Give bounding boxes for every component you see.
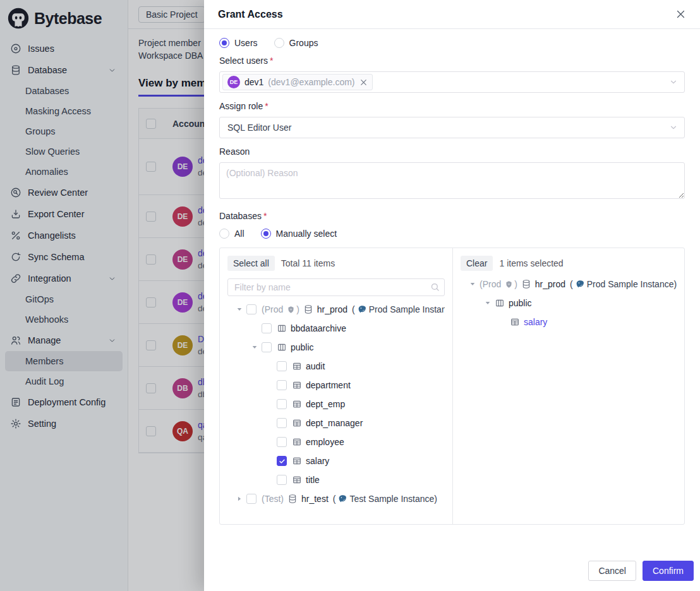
tree-node-bbdataarchive[interactable]: bbdataarchive [227,319,445,338]
database-icon [521,279,531,289]
node-checkbox[interactable] [277,399,287,409]
selected-tree: (Prod )hr_prod(Prod Sample Instance)publ… [461,275,677,331]
groups-radio-control[interactable] [274,38,284,48]
chevron-down-icon [669,78,678,87]
avatar: DE [227,76,240,88]
tree-node-title[interactable]: title [227,470,445,489]
source-tree: (Prod )hr_prod(Prod Sample Instance)bbda… [227,300,445,508]
node-checkbox[interactable] [246,304,256,314]
environment-label: (Prod ) [262,304,299,314]
tree-node-employee[interactable]: employee [227,433,445,451]
table-icon [292,418,302,428]
table-icon [292,380,302,390]
table-icon [292,475,302,485]
node-checkbox[interactable] [246,494,256,504]
reason-label: Reason [219,146,685,157]
database-icon [303,304,313,314]
environment-label: (Test) [262,494,284,504]
node-checkbox[interactable] [277,418,287,428]
assign-role-label: Assign role* [219,101,685,111]
tree-node-hr-prod[interactable]: (Prod )hr_prod(Prod Sample Instance) [461,275,677,294]
database-picker: Select all Total 11 items (Prod )hr_prod… [219,248,685,525]
caret-right-icon [235,496,244,502]
users-radio[interactable]: Users [219,38,258,48]
confirm-button[interactable]: Confirm [643,561,694,581]
selected-count-label: 1 items selected [499,258,563,268]
schema-icon [277,342,287,352]
tree-node-public[interactable]: public [227,338,445,357]
users-radio-control[interactable] [219,38,229,48]
reason-textarea[interactable] [219,162,685,199]
select-users-input[interactable]: DE dev1 (dev1@example.com) [219,71,685,93]
select-users-label: Select users* [219,56,685,66]
caret-down-icon [483,300,492,306]
node-checkbox[interactable] [277,437,287,447]
environment-label: (Prod ) [480,279,517,289]
selected-user-tag: DE dev1 (dev1@example.com) [222,74,373,90]
modal-title: Grant Access [218,9,283,20]
postgres-icon [576,280,584,289]
tree-node-salary[interactable]: salary [227,451,445,470]
modal-body: Users Groups Select users* DE dev1 (dev1… [204,29,700,554]
tree-node-audit[interactable]: audit [227,357,445,376]
table-icon [292,399,302,409]
table-icon [292,456,302,466]
modal-footer: Cancel Confirm [204,554,700,591]
node-checkbox[interactable] [277,361,287,371]
shield-icon [287,306,295,314]
filter-box [227,278,445,296]
caret-down-icon [250,344,259,350]
manually-select-radio[interactable]: Manually select [261,229,337,239]
table-icon [510,317,520,327]
database-picker-source-panel: Select all Total 11 items (Prod )hr_prod… [220,248,453,524]
instance-label: (Prod Sample Instance) [352,304,445,314]
node-checkbox[interactable] [277,475,287,485]
database-icon [287,494,298,504]
postgres-icon [358,305,366,314]
caret-down-icon [235,306,244,313]
tree-node-hr-prod[interactable]: (Prod )hr_prod(Prod Sample Instance) [227,300,445,319]
select-all-button[interactable]: Select all [227,256,275,271]
table-icon [292,361,302,371]
databases-scope-radio-group: All Manually select [219,229,685,239]
instance-label: (Test Sample Instance) [333,494,437,504]
table-icon [292,437,302,447]
remove-user-icon[interactable] [359,78,368,87]
node-checkbox[interactable] [277,380,287,390]
total-items-label: Total 11 items [281,258,335,268]
filter-by-name-input[interactable] [227,278,445,296]
manually-select-radio-control[interactable] [261,229,271,239]
tree-node-hr-test[interactable]: (Test)hr_test(Test Sample Instance) [227,489,445,508]
member-type-radio-group: Users Groups [219,38,685,48]
tree-node-dept-emp[interactable]: dept_emp [227,395,445,414]
modal-header: Grant Access [204,0,700,29]
postgres-icon [338,494,347,503]
database-picker-selected-panel: Clear 1 items selected (Prod )hr_prod(Pr… [453,248,684,524]
instance-label: (Prod Sample Instance) [570,279,677,289]
node-checkbox[interactable] [277,456,287,466]
close-icon[interactable] [675,9,686,20]
tree-node-dept-manager[interactable]: dept_manager [227,414,445,433]
shield-icon [505,280,513,289]
tree-node-department[interactable]: department [227,376,445,395]
grant-access-modal: Grant Access Users Groups Select users* … [204,0,700,591]
schema-icon [495,298,505,308]
tree-node-public[interactable]: public [461,294,677,313]
schema-icon [277,323,287,333]
clear-button[interactable]: Clear [461,256,493,271]
assign-role-select[interactable]: SQL Editor User [219,117,685,138]
node-checkbox[interactable] [262,342,272,352]
all-databases-radio-control[interactable] [219,229,229,239]
chevron-down-icon [669,123,678,132]
cancel-button[interactable]: Cancel [588,561,636,581]
node-checkbox[interactable] [262,323,272,333]
caret-down-icon [468,281,477,287]
groups-radio[interactable]: Groups [274,38,318,48]
all-databases-radio[interactable]: All [219,229,244,239]
tree-node-salary[interactable]: salary [461,313,677,331]
search-icon [430,282,440,292]
databases-label: Databases* [219,211,685,221]
